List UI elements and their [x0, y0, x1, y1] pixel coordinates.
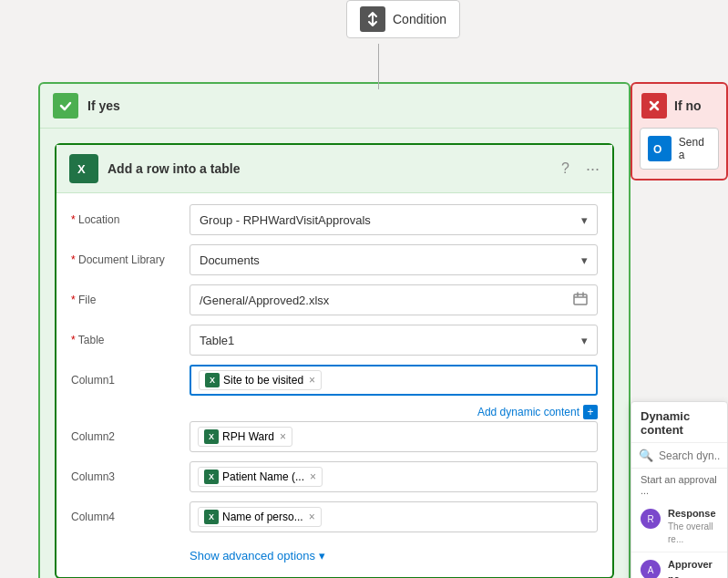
document-library-arrow-icon: ▾ [581, 253, 588, 267]
dynamic-item-response[interactable]: R Response The overall re... [631, 501, 727, 552]
dynamic-item-response-title: Response [668, 507, 718, 521]
dynamic-item-approver[interactable]: A Approver na... The name of ... [631, 552, 727, 578]
file-input[interactable]: /General/Approved2.xlsx [190, 284, 598, 315]
excel-icon: X [69, 154, 98, 183]
table-select[interactable]: Table1 ▾ [190, 325, 598, 356]
dynamic-search-bar[interactable]: 🔍 [631, 443, 727, 469]
condition-label: Condition [393, 12, 446, 26]
column1-input[interactable]: X Site to be visited × [190, 365, 598, 396]
column1-tag: X Site to be visited × [199, 370, 322, 390]
column2-tag-icon: X [204, 429, 219, 444]
outlook-icon: O [648, 136, 672, 161]
column4-row: Column4 X Name of perso... × [71, 501, 598, 532]
column1-tag-icon: X [205, 373, 220, 387]
show-advanced-chevron-icon: ▾ [319, 549, 325, 563]
if-no-header: If no [632, 84, 726, 128]
file-value: /General/Approved2.xlsx [200, 294, 329, 307]
if-no-container: If no O Send a [631, 82, 728, 181]
if-yes-title: If yes [87, 98, 120, 113]
more-icon[interactable]: ··· [586, 160, 600, 179]
column4-tag-icon: X [204, 510, 219, 524]
add-dynamic-content-link[interactable]: Add dynamic content + [477, 405, 598, 419]
help-icon[interactable]: ? [561, 160, 569, 177]
column1-tag-label: Site to be visited [223, 374, 303, 387]
dynamic-search-icon: 🔍 [639, 449, 653, 462]
table-arrow-icon: ▾ [581, 334, 588, 347]
column3-tag-close[interactable]: × [310, 470, 316, 483]
send-card: O Send a [640, 128, 719, 170]
show-advanced-label: Show advanced options [190, 549, 315, 563]
condition-icon [360, 6, 385, 32]
condition-node: Condition [346, 0, 460, 38]
dynamic-item-response-text: Response The overall re... [668, 507, 718, 546]
document-library-row: Document Library Documents ▾ [71, 244, 598, 275]
column4-tag-label: Name of perso... [222, 511, 303, 523]
column1-row: Column1 X Site to be visited × [71, 365, 598, 396]
column1-label: Column1 [71, 374, 190, 387]
dynamic-panel-header: Dynamic content [631, 402, 727, 443]
column2-input[interactable]: X RPH Ward × [190, 421, 598, 452]
send-card-label: Send a [679, 136, 711, 161]
location-value: Group - RPHWardVisitApprovals [200, 213, 371, 227]
add-dynamic-row: Add dynamic content + [71, 405, 598, 419]
location-label: Location [71, 213, 190, 226]
location-select[interactable]: Group - RPHWardVisitApprovals ▾ [190, 204, 598, 235]
table-value: Table1 [200, 334, 234, 347]
if-yes-container: If yes X Add a row into a table ? ··· Lo… [38, 82, 631, 578]
column4-label: Column4 [71, 511, 190, 523]
file-label: File [71, 294, 190, 306]
dynamic-content-panel: Dynamic content 🔍 Start an approval ... … [631, 401, 728, 578]
column2-tag-close[interactable]: × [280, 430, 286, 443]
dynamic-item-approver-title: Approver na... [668, 558, 718, 578]
action-card: X Add a row into a table ? ··· Location … [55, 143, 614, 578]
column3-input[interactable]: X Patient Name (... × [190, 461, 598, 492]
location-arrow-icon: ▾ [581, 213, 588, 227]
dynamic-item-approver-icon: A [641, 560, 661, 578]
column3-label: Column3 [71, 470, 190, 483]
svg-text:O: O [653, 143, 661, 156]
document-library-label: Document Library [71, 253, 190, 266]
column3-tag-icon: X [204, 470, 219, 484]
action-card-header: X Add a row into a table ? ··· [56, 145, 612, 193]
if-no-title: If no [674, 98, 702, 113]
svg-rect-2 [574, 294, 587, 304]
column3-row: Column3 X Patient Name (... × [71, 461, 598, 492]
dynamic-item-response-icon: R [641, 509, 661, 529]
if-yes-header: If yes [40, 84, 629, 129]
add-dynamic-plus-icon: + [583, 405, 598, 419]
column2-tag: X RPH Ward × [198, 427, 292, 447]
column3-tag-label: Patient Name (... [222, 470, 304, 483]
column2-tag-label: RPH Ward [222, 430, 274, 443]
dynamic-item-approver-text: Approver na... The name of ... [668, 558, 718, 578]
dynamic-start-text: Start an approval ... [631, 469, 727, 501]
connector-line [378, 44, 379, 89]
column2-label: Column2 [71, 430, 190, 443]
table-label: Table [71, 334, 190, 346]
column4-input[interactable]: X Name of perso... × [190, 501, 598, 532]
show-advanced-options[interactable]: Show advanced options ▾ [71, 542, 598, 566]
action-card-title: Add a row into a table [108, 161, 552, 176]
dynamic-search-input[interactable] [659, 449, 720, 462]
if-no-x-icon [641, 93, 667, 119]
table-row: Table Table1 ▾ [71, 325, 598, 356]
document-library-select[interactable]: Documents ▾ [190, 244, 598, 275]
column2-row: Column2 X RPH Ward × [71, 421, 598, 452]
dynamic-item-response-icon-label: R [647, 514, 653, 524]
file-row: File /General/Approved2.xlsx [71, 284, 598, 315]
if-yes-check-icon [53, 93, 78, 119]
document-library-value: Documents [200, 253, 260, 267]
column1-tag-close[interactable]: × [309, 374, 315, 387]
form-body: Location Group - RPHWardVisitApprovals ▾… [56, 193, 612, 577]
dynamic-item-response-desc: The overall re... [668, 521, 718, 546]
dynamic-item-approver-icon-label: A [648, 565, 654, 575]
add-dynamic-label: Add dynamic content [477, 406, 579, 418]
location-row: Location Group - RPHWardVisitApprovals ▾ [71, 204, 598, 235]
column4-tag-close[interactable]: × [309, 511, 315, 523]
file-browse-icon [573, 292, 588, 309]
svg-text:X: X [77, 162, 86, 176]
column3-tag: X Patient Name (... × [198, 467, 323, 487]
column4-tag: X Name of perso... × [198, 507, 322, 527]
